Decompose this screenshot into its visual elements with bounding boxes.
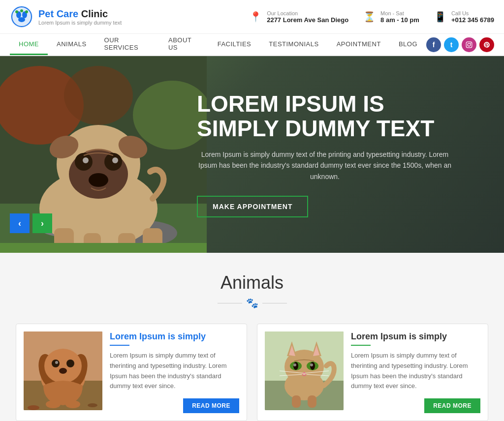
logo-icon bbox=[10, 5, 33, 29]
svg-point-6 bbox=[20, 9, 23, 12]
divider-left bbox=[218, 303, 242, 303]
hours-icon bbox=[363, 10, 376, 23]
slider-prev-button[interactable]: ‹ bbox=[10, 213, 30, 233]
phone-label: Call Us bbox=[451, 10, 494, 16]
svg-rect-8 bbox=[466, 42, 472, 48]
facebook-icon[interactable]: f bbox=[426, 37, 441, 52]
dog-card-title: Lorem Ipsum is simply bbox=[110, 331, 239, 342]
nav-blog[interactable]: BLOG bbox=[390, 34, 426, 55]
svg-point-45 bbox=[65, 400, 80, 408]
cat-image bbox=[265, 331, 344, 410]
svg-rect-69 bbox=[308, 395, 316, 408]
dog-image bbox=[24, 331, 102, 410]
hours-value: 8 am - 10 pm bbox=[380, 16, 419, 24]
cat-card-svg bbox=[265, 331, 344, 410]
hero-section: LOREM IPSUM IS SIMPLY DUMMY TEXT Lorem I… bbox=[0, 56, 504, 253]
svg-point-30 bbox=[112, 157, 118, 163]
location-info: Our Location 2277 Lorem Ave San Diego bbox=[250, 10, 348, 24]
svg-point-41 bbox=[66, 360, 74, 367]
animal-card-cat: Lorem Ipsum is simply Lorem Ipsum is sim… bbox=[257, 324, 488, 421]
phone-value: +012 345 6789 bbox=[451, 16, 494, 24]
nav-about[interactable]: ABOUT US bbox=[159, 34, 209, 55]
hours-info: Mon - Sat 8 am - 10 pm bbox=[363, 10, 419, 24]
brand-name: Pet Care Clinic bbox=[38, 8, 122, 20]
svg-point-42 bbox=[55, 361, 58, 364]
location-value: 2277 Lorem Ave San Diego bbox=[267, 16, 348, 24]
hours-label: Mon - Sat bbox=[380, 10, 419, 16]
svg-point-39 bbox=[44, 349, 82, 383]
slider-next-button[interactable]: › bbox=[32, 213, 52, 233]
animals-title: Animals bbox=[10, 272, 494, 293]
phone-icon bbox=[434, 10, 446, 23]
brand-tagline: Lorem Ipsum is simply dummy text bbox=[38, 20, 122, 26]
nav-animals[interactable]: ANIMALS bbox=[48, 34, 95, 55]
paw-icon: 🐾 bbox=[246, 297, 258, 309]
cat-card-text: Lorem Ipsum is simply dummy text of ther… bbox=[351, 351, 480, 391]
make-appointment-button[interactable]: MAKE APPOINTMENT bbox=[197, 196, 308, 217]
logo-text: Pet Care Clinic Lorem Ipsum is simply du… bbox=[38, 8, 122, 26]
divider-right bbox=[262, 303, 287, 303]
svg-point-10 bbox=[470, 42, 471, 43]
animal-cards: Lorem Ipsum is simply Lorem Ipsum is sim… bbox=[10, 324, 494, 421]
svg-point-13 bbox=[64, 66, 133, 125]
animals-section: Animals 🐾 bbox=[0, 253, 504, 421]
svg-point-0 bbox=[11, 6, 32, 28]
pinterest-icon[interactable] bbox=[479, 37, 494, 52]
navigation: HOME ANIMALS OUR SERVICES ABOUT US FACIL… bbox=[0, 34, 504, 56]
nav-testimonials[interactable]: TESTIMONIALS bbox=[260, 34, 327, 55]
svg-point-5 bbox=[15, 10, 18, 13]
nav-facilities[interactable]: FACILTIES bbox=[209, 34, 260, 55]
hero-title: LOREM IPSUM IS SIMPLY DUMMY TEXT bbox=[197, 91, 453, 141]
dog-card-underline bbox=[110, 345, 129, 346]
svg-point-4 bbox=[18, 17, 25, 22]
slider-controls: ‹ › bbox=[10, 213, 52, 233]
svg-rect-68 bbox=[292, 395, 301, 408]
location-label: Our Location bbox=[267, 10, 348, 16]
dog-read-more-button[interactable]: READ MORE bbox=[183, 398, 239, 413]
svg-point-29 bbox=[83, 157, 89, 163]
svg-point-43 bbox=[59, 368, 67, 374]
svg-point-9 bbox=[468, 43, 471, 46]
hero-subtitle: Lorem Ipsum is simply dummy text of the … bbox=[197, 149, 453, 182]
top-bar: Pet Care Clinic Lorem Ipsum is simply du… bbox=[0, 0, 504, 34]
nav-services[interactable]: OUR SERVICES bbox=[95, 34, 159, 55]
animal-card-dog: Lorem Ipsum is simply Lorem Ipsum is sim… bbox=[16, 324, 247, 421]
section-divider: 🐾 bbox=[10, 297, 494, 309]
cat-card-title: Lorem Ipsum is simply bbox=[351, 331, 480, 342]
hero-content: LOREM IPSUM IS SIMPLY DUMMY TEXT Lorem I… bbox=[187, 82, 463, 227]
social-icons: f t bbox=[426, 37, 494, 52]
svg-point-31 bbox=[89, 173, 108, 187]
logo: Pet Care Clinic Lorem Ipsum is simply du… bbox=[10, 5, 122, 29]
phone-info: Call Us +012 345 6789 bbox=[434, 10, 494, 24]
contact-info: Our Location 2277 Lorem Ave San Diego Mo… bbox=[250, 10, 494, 24]
svg-point-7 bbox=[25, 10, 28, 13]
nav-home[interactable]: HOME bbox=[10, 34, 48, 55]
dog-card-svg bbox=[24, 331, 102, 410]
cat-read-more-button[interactable]: READ MORE bbox=[424, 398, 480, 413]
svg-point-62 bbox=[310, 363, 313, 366]
nav-links: HOME ANIMALS OUR SERVICES ABOUT US FACIL… bbox=[10, 34, 426, 55]
svg-point-47 bbox=[88, 403, 97, 407]
svg-point-46 bbox=[28, 405, 39, 410]
cat-card-body: Lorem Ipsum is simply Lorem Ipsum is sim… bbox=[351, 331, 480, 413]
instagram-icon[interactable] bbox=[462, 37, 476, 52]
svg-point-44 bbox=[46, 400, 61, 408]
nav-appointment[interactable]: APOINTMENT bbox=[328, 34, 390, 55]
location-icon bbox=[250, 10, 262, 23]
twitter-icon[interactable]: t bbox=[444, 37, 459, 52]
svg-point-61 bbox=[293, 363, 296, 366]
cat-card-underline bbox=[351, 345, 371, 346]
svg-rect-32 bbox=[0, 243, 207, 253]
dog-card-body: Lorem Ipsum is simply Lorem Ipsum is sim… bbox=[110, 331, 239, 413]
dog-card-text: Lorem Ipsum is simply dummy text of ther… bbox=[110, 351, 239, 391]
